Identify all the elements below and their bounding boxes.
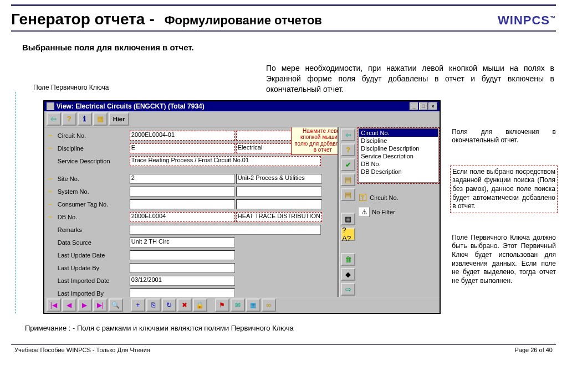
- toolbar-help-button[interactable]: ?: [62, 112, 76, 126]
- nav-last-button[interactable]: ▶|: [93, 298, 108, 312]
- field-input[interactable]: 2000EL0004-01: [130, 131, 235, 141]
- nav-flag-button[interactable]: ⚑: [215, 298, 229, 312]
- field-label[interactable]: Service Description: [58, 158, 130, 164]
- tooltip: Нажмите левой кнопкой мыши по полю для д…: [291, 127, 338, 155]
- right-panel: ⇦ ? ✔ ▤ ▤ ▦ ?A? 🗑 ◆ ⇨ Circuit N: [340, 127, 440, 297]
- nav-first-button[interactable]: |◀: [47, 298, 61, 312]
- field-label[interactable]: Last Update By: [58, 265, 130, 271]
- nav-search-button[interactable]: 🔍: [109, 298, 123, 312]
- form-row: ⊸DB No.2000EL0004HEAT TRACE DISTRIBUTION…: [48, 211, 334, 223]
- field-label[interactable]: Circuit No.: [58, 132, 130, 139]
- panel-delete-button[interactable]: 🗑: [341, 253, 355, 266]
- field-input[interactable]: Unit 2 TH Circ: [130, 238, 235, 247]
- panel-confirm-button[interactable]: ✔: [341, 158, 355, 171]
- field-input[interactable]: [130, 225, 321, 235]
- field-label[interactable]: Data Source: [58, 239, 130, 246]
- field-label[interactable]: Discipline: [58, 145, 130, 152]
- selected-fields-list[interactable]: Circuit No.DisciplineDiscipline Descript…: [359, 128, 438, 183]
- panel-query-button[interactable]: ?A?: [341, 228, 355, 241]
- nav-copy-button[interactable]: ⎘: [146, 298, 161, 312]
- list-item[interactable]: Service Description: [359, 152, 438, 160]
- field-label[interactable]: Remarks: [58, 226, 130, 233]
- nav-link-button[interactable]: ∞: [262, 298, 276, 312]
- nav-lock-button[interactable]: 🔒: [193, 298, 207, 312]
- minimize-button[interactable]: _: [410, 102, 418, 110]
- form-row: Last Update Date: [48, 249, 334, 261]
- nav-delete-button[interactable]: ✖: [177, 298, 192, 312]
- field-input[interactable]: [130, 199, 235, 209]
- field-input[interactable]: E: [130, 143, 235, 153]
- list-item[interactable]: Discipline: [359, 137, 438, 145]
- form-row: Last Imported Date03/12/2001: [48, 275, 334, 287]
- field-input-desc[interactable]: [236, 199, 322, 209]
- page-title-main: Генератор отчета: [11, 11, 145, 28]
- field-input[interactable]: 2: [130, 174, 235, 184]
- toolbar-info-button[interactable]: ℹ: [78, 112, 92, 126]
- close-button[interactable]: ×: [428, 102, 437, 110]
- form-row: Last Update By: [48, 262, 334, 274]
- key-icon: ⚿: [359, 193, 367, 203]
- nav-chart-button[interactable]: ▦: [246, 298, 260, 312]
- toolbar-hier-button[interactable]: Hier: [109, 112, 129, 126]
- primary-key-name: Circuit No.: [370, 194, 398, 201]
- app-icon: [47, 102, 54, 110]
- field-input-desc[interactable]: HEAT TRACE DISTRIBUTION BOAR: [236, 212, 322, 222]
- field-input[interactable]: [130, 263, 235, 273]
- note-include-fields: Поля для включения в окончательный отчет…: [452, 128, 556, 145]
- field-input[interactable]: 2000EL0004: [130, 212, 235, 222]
- field-input[interactable]: [130, 250, 235, 260]
- nav-send-button[interactable]: ✉: [231, 298, 245, 312]
- key-icon: ⊸: [48, 214, 58, 220]
- field-label[interactable]: DB No.: [58, 214, 130, 220]
- toolbar-view-button[interactable]: ▦: [93, 112, 108, 126]
- nav-refresh-button[interactable]: ↻: [162, 298, 176, 312]
- section-title: Выбранные поля для включения в отчет.: [22, 43, 556, 52]
- key-icon: ⊸: [48, 132, 58, 138]
- panel-help-button[interactable]: ?: [341, 143, 355, 156]
- panel-color-button[interactable]: ◆: [341, 268, 355, 281]
- field-label[interactable]: Site No.: [58, 176, 130, 182]
- list-item[interactable]: DB No.: [359, 160, 438, 168]
- panel-save-button[interactable]: ▤: [341, 188, 355, 201]
- field-label[interactable]: Last Update Date: [58, 252, 130, 259]
- toolbar-back-button[interactable]: ⇦: [47, 112, 61, 126]
- maximize-button[interactable]: □: [419, 102, 428, 110]
- list-item[interactable]: Discipline Description: [359, 145, 438, 152]
- nav-add-button[interactable]: +: [131, 298, 145, 312]
- list-item[interactable]: DB Description: [359, 168, 438, 176]
- top-toolbar: ⇦ ? ℹ ▦ Hier: [44, 111, 440, 127]
- list-item[interactable]: Circuit No.: [359, 129, 438, 137]
- panel-grid-button[interactable]: ▦: [341, 213, 355, 225]
- note-auto-add: Если поле выбрано посредством заданной ф…: [452, 167, 556, 212]
- field-label[interactable]: Last Imported Date: [58, 277, 130, 284]
- app-window: View: Electrical Circuits (ENGCKT) (Tota…: [43, 100, 441, 314]
- field-label[interactable]: Consumer Tag No.: [58, 201, 130, 208]
- intro-text: По мере необходимости, при нажатии левой…: [266, 63, 554, 95]
- footer-right: Page 26 of 40: [514, 347, 553, 353]
- footer-left: Учебное Пособие WINPCS - Только Для Чтен…: [14, 347, 150, 353]
- title-separator: -: [149, 11, 154, 28]
- warning-icon: ⚠: [359, 207, 370, 217]
- form-area: Нажмите левой кнопкой мыши по полю для д…: [44, 127, 338, 297]
- field-input[interactable]: Trace Heating Process / Frost Circuit No…: [130, 156, 321, 166]
- filter-status: No Filter: [372, 209, 395, 215]
- form-row: Service DescriptionTrace Heating Process…: [48, 155, 334, 167]
- field-input[interactable]: [130, 288, 235, 297]
- form-row: ⊸Consumer Tag No.: [48, 198, 334, 210]
- field-input-desc[interactable]: [236, 187, 322, 197]
- logo: WINPCS™: [498, 13, 556, 28]
- form-row: ⊸System No.: [48, 185, 334, 198]
- field-input-desc[interactable]: Unit-2 Process & Utilities: [236, 174, 322, 184]
- panel-back-button[interactable]: ⇦: [341, 128, 355, 141]
- field-input[interactable]: [130, 187, 235, 197]
- field-input[interactable]: 03/12/2001: [130, 276, 235, 286]
- field-label[interactable]: Last Imported By: [58, 290, 130, 297]
- field-label[interactable]: System No.: [58, 188, 130, 195]
- panel-doc-button[interactable]: ▤: [341, 173, 355, 186]
- panel-export-button[interactable]: ⇨: [341, 283, 355, 296]
- key-icon: ⊸: [48, 145, 58, 151]
- form-row: Remarks: [48, 224, 334, 236]
- nav-next-button[interactable]: ▶: [78, 298, 92, 312]
- nav-prev-button[interactable]: ◀: [62, 298, 76, 312]
- key-icon: ⊸: [48, 188, 58, 194]
